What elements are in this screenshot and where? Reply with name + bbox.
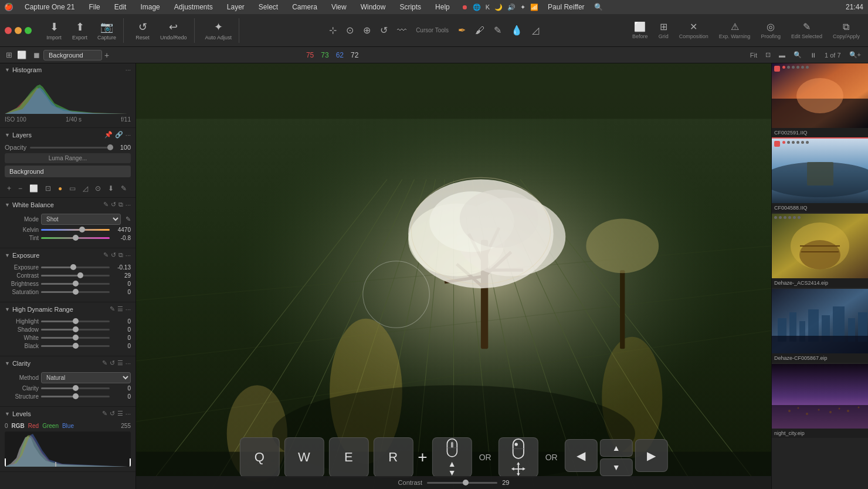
background-layer-item[interactable]: Background bbox=[5, 166, 131, 177]
cursor-tool-erase[interactable]: ✎ bbox=[491, 22, 504, 38]
levels-green-btn[interactable]: Green bbox=[42, 423, 59, 429]
maximize-window-btn[interactable] bbox=[25, 27, 32, 34]
exp-warning-button[interactable]: ⚠ Exp. Warning bbox=[716, 19, 754, 42]
menu-scripts[interactable]: Scripts bbox=[397, 2, 423, 12]
minimize-window-btn[interactable] bbox=[15, 27, 22, 34]
mode-select[interactable]: Shot bbox=[41, 214, 121, 225]
menu-app[interactable]: Capture One 21 bbox=[22, 2, 77, 12]
levels-blue-btn[interactable]: Blue bbox=[62, 423, 74, 429]
menu-file[interactable]: File bbox=[86, 2, 102, 12]
layer-erase-icon[interactable]: ✎ bbox=[118, 183, 129, 194]
levels-eyedropper-icon[interactable]: ✎ bbox=[102, 410, 107, 417]
menu-help[interactable]: Help bbox=[433, 2, 452, 12]
contrast-bottom-slider[interactable] bbox=[427, 482, 497, 484]
clarity-menu-icon[interactable]: ··· bbox=[126, 360, 131, 367]
cursor-tool-2[interactable]: ⊙ bbox=[344, 22, 356, 38]
import-button[interactable]: ⬇ Import bbox=[42, 18, 66, 43]
cursor-tool-gradient[interactable]: ◿ bbox=[530, 22, 541, 38]
cursor-tool-pick[interactable]: 💧 bbox=[508, 22, 525, 38]
brightness-slider[interactable] bbox=[41, 283, 110, 285]
copy-apply-button[interactable]: ⧉ Copy/Apply bbox=[829, 19, 863, 42]
cursor-tool-4[interactable]: ↺ bbox=[378, 22, 390, 38]
clarity-list-icon[interactable]: ☰ bbox=[117, 359, 123, 367]
clarity-reset-icon[interactable]: ↺ bbox=[110, 359, 115, 367]
layer-gradient-icon[interactable]: ◿ bbox=[80, 183, 90, 194]
levels-reset-icon[interactable]: ↺ bbox=[110, 410, 115, 417]
layer-export-icon[interactable]: ⬇ bbox=[106, 183, 116, 194]
reset-button[interactable]: ↺ Reset bbox=[131, 18, 154, 43]
levels-white-handle[interactable] bbox=[130, 458, 131, 467]
hdr-eyedropper-icon[interactable]: ✎ bbox=[110, 305, 115, 313]
layer-color-icon[interactable]: ● bbox=[56, 183, 65, 194]
histogram-menu-icon[interactable]: ··· bbox=[126, 66, 131, 73]
layers-link-icon[interactable]: 🔗 bbox=[115, 131, 123, 139]
shadow-slider[interactable] bbox=[41, 329, 110, 331]
fit-icon[interactable]: ⊡ bbox=[763, 50, 773, 60]
levels-rgb-btn[interactable]: RGB bbox=[12, 423, 25, 429]
exposure-copy-icon[interactable]: ⧉ bbox=[118, 251, 123, 259]
wb-header[interactable]: ▼ White Balance ✎ ↺ ⧉ ··· bbox=[0, 198, 135, 211]
wb-pick-icon[interactable]: ✎ bbox=[126, 215, 131, 223]
layer-clone-icon[interactable]: ⊡ bbox=[43, 183, 53, 194]
single-view-icon[interactable]: ⬜ bbox=[16, 49, 28, 60]
clarity-slider[interactable] bbox=[41, 387, 110, 389]
exposure-header[interactable]: ▼ Exposure ✎ ↺ ⧉ ··· bbox=[0, 248, 135, 262]
saturation-slider[interactable] bbox=[41, 291, 110, 293]
grid-button[interactable]: ⊞ Grid bbox=[655, 19, 672, 42]
cursor-tool-1[interactable]: ⊹ bbox=[327, 22, 339, 38]
menu-select[interactable]: Select bbox=[256, 2, 280, 12]
levels-mid-handle[interactable] bbox=[55, 462, 56, 467]
remove-layer-btn[interactable]: − bbox=[16, 183, 25, 194]
hdr-menu-icon[interactable]: ··· bbox=[126, 306, 131, 313]
fit-label[interactable]: Fit bbox=[748, 50, 760, 60]
before-button[interactable]: ⬜ Before bbox=[629, 19, 652, 42]
nav-left-btn[interactable]: ◀ bbox=[565, 439, 598, 472]
wb-copy-icon[interactable]: ⧉ bbox=[118, 201, 123, 208]
exposure-reset-icon[interactable]: ↺ bbox=[111, 251, 116, 259]
capture-button[interactable]: 📷 Capture bbox=[94, 18, 120, 43]
image-viewer[interactable]: Q W E R + ▲ ▼ bbox=[136, 63, 771, 489]
close-window-btn[interactable] bbox=[5, 27, 12, 34]
grid-view-icon[interactable]: ⊞ bbox=[5, 49, 13, 60]
r-key-btn[interactable]: R bbox=[373, 437, 413, 477]
proofing-button[interactable]: ◎ Proofing bbox=[757, 19, 784, 42]
export-button[interactable]: ⬆ Export bbox=[68, 18, 91, 43]
auto-adjust-button[interactable]: ✦ Auto Adjust bbox=[202, 18, 236, 43]
hdr-list-icon[interactable]: ☰ bbox=[117, 305, 123, 313]
filmstrip-item-1[interactable]: CF002591.IIQ bbox=[772, 63, 868, 139]
wb-eyedropper-icon[interactable]: ✎ bbox=[103, 201, 108, 208]
layers-pin-icon[interactable]: 📌 bbox=[104, 131, 113, 139]
tint-slider[interactable] bbox=[41, 237, 110, 239]
menu-adjustments[interactable]: Adjustments bbox=[172, 2, 215, 12]
luma-range-button[interactable]: Luma Range... bbox=[5, 153, 131, 163]
composition-button[interactable]: ✕ Composition bbox=[676, 19, 712, 42]
e-key-btn[interactable]: E bbox=[328, 437, 368, 477]
clarity-eyedropper-icon[interactable]: ✎ bbox=[102, 359, 107, 367]
filmstrip-item-2[interactable]: CF004588.IIQ bbox=[772, 139, 868, 214]
cursor-tool-3[interactable]: ⊕ bbox=[361, 22, 373, 38]
menu-window[interactable]: Window bbox=[358, 2, 388, 12]
black-slider[interactable] bbox=[41, 345, 110, 347]
q-key-btn[interactable]: Q bbox=[239, 437, 279, 477]
menu-image[interactable]: Image bbox=[138, 2, 162, 12]
cursor-tool-brush[interactable]: 🖌 bbox=[473, 23, 487, 38]
levels-menu-icon[interactable]: ··· bbox=[126, 410, 131, 417]
add-layer-btn[interactable]: + bbox=[5, 183, 13, 194]
filmstrip-item-5[interactable]: night_city.eip bbox=[772, 364, 868, 439]
layers-menu-icon[interactable]: ··· bbox=[126, 131, 131, 139]
levels-header[interactable]: ▼ Levels ✎ ↺ ☰ ··· bbox=[0, 407, 135, 420]
undoredo-button[interactable]: ↩ Undo/Redo bbox=[157, 18, 191, 43]
menu-layer[interactable]: Layer bbox=[225, 2, 247, 12]
white-slider[interactable] bbox=[41, 337, 110, 339]
nav-up-btn[interactable]: ▲ bbox=[600, 439, 633, 457]
zoom-icon[interactable]: 🔍 bbox=[791, 50, 804, 60]
wb-reset-icon[interactable]: ↺ bbox=[111, 201, 116, 208]
clarity-method-select[interactable]: Natural bbox=[41, 372, 131, 383]
add-layer-icon[interactable]: + bbox=[104, 50, 109, 60]
nav-right-btn[interactable]: ▶ bbox=[635, 439, 668, 472]
highlight-slider[interactable] bbox=[41, 321, 110, 322]
menu-view[interactable]: View bbox=[329, 2, 349, 12]
zoom-in-icon[interactable]: 🔍+ bbox=[847, 50, 863, 60]
levels-black-handle[interactable] bbox=[5, 458, 6, 467]
cursor-tool-5[interactable]: 〰 bbox=[395, 23, 409, 38]
